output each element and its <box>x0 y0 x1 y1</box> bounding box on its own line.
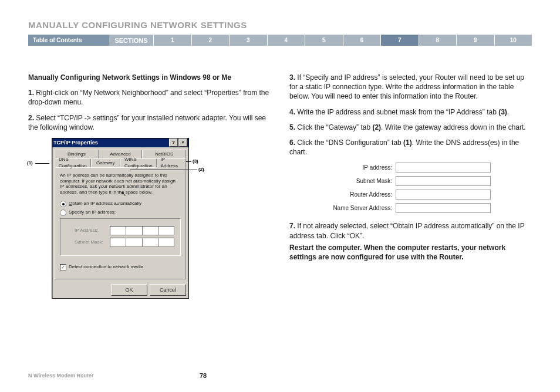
section-nav: Table of Contents SECTIONS 1 2 3 4 5 6 7… <box>28 35 532 46</box>
ok-button[interactable]: OK <box>111 284 147 296</box>
section-tab-5[interactable]: 5 <box>305 35 343 46</box>
toc-label[interactable]: Table of Contents <box>28 35 109 46</box>
dialog-titlebar: TCP/IP Properties ? × <box>52 138 188 147</box>
left-column: Manually Configuring Network Settings in… <box>28 73 271 299</box>
subnet-mask-input[interactable] <box>110 238 174 247</box>
tcpip-dialog: (1) (3) (2) TCP/IP Properties ? × <box>52 138 271 299</box>
section-tab-4[interactable]: 4 <box>267 35 305 46</box>
mask-label: Subnet Mask: <box>75 239 110 246</box>
tab-gateway[interactable]: Gateway <box>91 158 120 167</box>
right-step: 5. Click the “Gateway” tab (2). Write th… <box>289 123 532 132</box>
router-field[interactable] <box>396 190 491 200</box>
sections-label: SECTIONS <box>109 35 153 46</box>
restart-note: Restart the computer. When the computer … <box>289 243 532 262</box>
dialog-title: TCP/IP Properties <box>53 139 98 146</box>
tab-dns[interactable]: DNS Configuration <box>55 158 91 167</box>
section-tab-10[interactable]: 10 <box>494 35 532 46</box>
close-icon[interactable]: × <box>178 138 187 147</box>
detect-checkbox[interactable]: ✓Detect connection to network media <box>60 264 181 271</box>
section-tab-3[interactable]: 3 <box>229 35 267 46</box>
callout-3: (3) <box>193 158 198 165</box>
right-step: 7. If not already selected, select “Obta… <box>289 221 532 240</box>
cancel-button[interactable]: Cancel <box>150 284 186 296</box>
page-number: 78 <box>93 372 312 379</box>
section-tab-6[interactable]: 6 <box>343 35 381 46</box>
tab-wins[interactable]: WINS Configuration <box>120 158 157 167</box>
callout-2: (2) <box>198 167 204 173</box>
addr-label: Subnet Mask: <box>325 177 396 185</box>
addr-label: Name Server Address: <box>325 204 396 212</box>
addr-label: IP address: <box>325 164 396 172</box>
section-tab-9[interactable]: 9 <box>456 35 494 46</box>
radio-obtain-auto[interactable]: OObtain an IP address automaticallybtain… <box>60 201 181 207</box>
left-step: 2. Select “TCP/IP -> settings” for your … <box>28 113 271 132</box>
address-table: IP address: Subnet Mask: Router Address:… <box>325 163 532 213</box>
right-step: 4. Write the IP address and subnet mask … <box>289 107 532 117</box>
page-heading: MANUALLY CONFIGURING NETWORK SETTINGS <box>28 20 532 30</box>
ip-field[interactable] <box>396 163 491 173</box>
addr-label: Router Address: <box>325 191 396 199</box>
nameserver-field[interactable] <box>396 203 491 213</box>
section-tab-2[interactable]: 2 <box>191 35 230 46</box>
ip-label: IP Address: <box>75 228 110 234</box>
tab-ipaddress[interactable]: IP Address <box>157 158 186 168</box>
dialog-note: An IP address can be automatically assig… <box>60 173 181 195</box>
right-step: 6. Click the “DNS Configuration” tab (1)… <box>289 138 532 157</box>
subnet-field[interactable] <box>396 176 491 186</box>
section-tab-8[interactable]: 8 <box>419 35 457 46</box>
left-step: 1. Right-click on “My Network Neighborho… <box>28 88 271 107</box>
ip-address-input[interactable] <box>110 226 174 235</box>
right-step: 3. If “Specify and IP address” is select… <box>289 73 532 102</box>
callout-1: (1) <box>27 160 33 167</box>
radio-specify[interactable]: Specify an IP address: <box>60 209 181 216</box>
left-heading: Manually Configuring Network Settings in… <box>28 73 271 82</box>
product-name: N Wireless Modem Router <box>28 373 93 379</box>
help-icon[interactable]: ? <box>169 138 178 147</box>
section-tab-7[interactable]: 7 <box>380 35 419 46</box>
section-tab-1[interactable]: 1 <box>153 35 191 46</box>
right-column: 3. If “Specify and IP address” is select… <box>289 73 532 299</box>
